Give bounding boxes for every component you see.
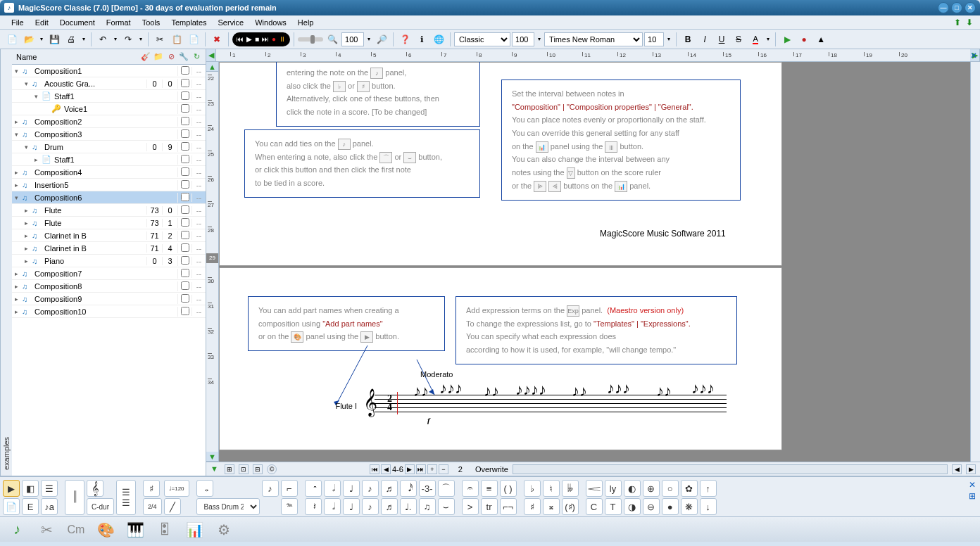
chord-view-icon[interactable]: Cm: [66, 520, 86, 540]
open-dropdown[interactable]: ▾: [38, 32, 45, 47]
maximize-button[interactable]: □: [951, 2, 962, 13]
tree-row[interactable]: ▸♫Flute731--: [12, 217, 206, 229]
slur-tool[interactable]: ⌣: [438, 498, 455, 515]
tools-view-icon[interactable]: ✂: [37, 520, 56, 540]
guitar-icon[interactable]: 🎸: [141, 52, 151, 62]
view1-button[interactable]: ⊞: [225, 464, 234, 474]
note-quarter2[interactable]: ♩: [343, 498, 360, 515]
dblsharp-tool[interactable]: 𝄪: [543, 498, 560, 515]
barline-tool[interactable]: 𝄁: [65, 480, 84, 515]
scroll-right-button[interactable]: ▶: [966, 464, 976, 474]
tree-checkbox[interactable]: [181, 104, 189, 113]
tree-row[interactable]: ▸♫Composition8--: [12, 280, 206, 293]
drum-select[interactable]: Bass Drum 2: [196, 498, 260, 515]
redo-dropdown[interactable]: ▾: [137, 32, 144, 47]
tree-row[interactable]: ▾♫Composition6--: [12, 191, 206, 204]
menu-windows[interactable]: Windows: [249, 17, 292, 28]
tempo-tool[interactable]: ♩=120: [164, 480, 189, 497]
menu-document[interactable]: Document: [54, 17, 101, 28]
tree-row[interactable]: ▸♫Composition4--: [12, 166, 206, 179]
tree-row[interactable]: ▸📄Staff1--: [12, 153, 206, 166]
forward-button[interactable]: ⏭: [262, 35, 269, 43]
menu-file[interactable]: File: [6, 17, 30, 28]
courtesy-tool[interactable]: (♯): [562, 498, 579, 515]
first-page-button[interactable]: ⏮: [370, 464, 379, 474]
lyrics-tool[interactable]: ♪a: [41, 498, 58, 515]
tree-row[interactable]: ▸♫Composition7--: [12, 267, 206, 280]
tie-tool[interactable]: ⌒: [438, 480, 455, 497]
tools-icon[interactable]: 🔧: [179, 52, 189, 62]
add-page-button[interactable]: +: [427, 464, 437, 474]
undo-dropdown[interactable]: ▾: [112, 32, 119, 47]
symbol7-tool[interactable]: ✿: [681, 480, 698, 497]
note-quarter[interactable]: ♩: [343, 480, 360, 497]
tree-toggle[interactable]: ▸: [15, 118, 22, 125]
symbol3-tool[interactable]: ⊕: [643, 480, 660, 497]
tree-checkbox[interactable]: [181, 281, 189, 290]
status-down-button[interactable]: ▼: [211, 464, 220, 474]
tree-row[interactable]: ▾♫Composition3--: [12, 128, 206, 141]
keyboard-view-icon[interactable]: 🎹: [125, 520, 145, 540]
tree-row[interactable]: ▸♫Piano03--: [12, 255, 206, 267]
menu-templates[interactable]: Templates: [165, 17, 212, 28]
tree-toggle[interactable]: ▾: [15, 194, 22, 201]
style-select[interactable]: Classic: [454, 32, 510, 46]
tree-toggle[interactable]: ▾: [15, 68, 22, 75]
tree-toggle[interactable]: ▸: [15, 296, 22, 303]
ruler-down-button[interactable]: ▼: [206, 452, 218, 462]
tree-row[interactable]: ▸♫Clarinet in B714--: [12, 242, 206, 255]
view3-button[interactable]: ⊟: [253, 464, 263, 474]
metronome-button[interactable]: ▲: [813, 32, 829, 47]
tree-checkbox[interactable]: [181, 117, 189, 125]
symbol4-tool[interactable]: ⊖: [643, 498, 660, 515]
accidental-sharp[interactable]: ♯: [143, 480, 160, 497]
close-button[interactable]: ✕: [965, 2, 976, 13]
horizontal-ruler[interactable]: ◀ 1234567891011121314151617181920 ▶ ✕: [206, 49, 980, 62]
symbol2-tool[interactable]: ◑: [624, 498, 641, 515]
dblflat-tool[interactable]: 𝄫: [562, 480, 579, 497]
open-button[interactable]: 📂: [21, 32, 37, 47]
tree-row[interactable]: ▸♫Composition9--: [12, 293, 206, 305]
tuplet-tool[interactable]: -3-: [419, 480, 436, 497]
save-button[interactable]: 💾: [46, 32, 62, 47]
staff-view-icon[interactable]: 📊: [184, 520, 204, 540]
menu-edit[interactable]: Edit: [30, 17, 54, 28]
view2-button[interactable]: ⊡: [239, 464, 249, 474]
copyright-button[interactable]: ©: [267, 464, 277, 474]
beam-tool[interactable]: ♫: [419, 498, 436, 515]
note-half[interactable]: 𝅗𝅥: [324, 480, 341, 497]
tree-row[interactable]: ▾📄Staff1--: [12, 90, 206, 103]
tree-toggle[interactable]: ▸: [25, 258, 32, 265]
paren-tool[interactable]: ( ): [500, 480, 517, 497]
redo-button[interactable]: ↷: [120, 32, 136, 47]
note-32[interactable]: 𝅘𝅥𝅰: [400, 480, 417, 497]
layout-tool[interactable]: ☰: [41, 480, 58, 497]
record-button[interactable]: ●: [272, 35, 276, 43]
tree-row[interactable]: ▸♫Insertion5--: [12, 179, 206, 191]
font-select[interactable]: Times New Roman: [544, 32, 643, 46]
underline-button[interactable]: U: [714, 32, 729, 47]
natural-tool[interactable]: ♮: [543, 480, 560, 497]
keysig-tool[interactable]: C-dur: [87, 498, 114, 515]
flat-tool[interactable]: ♭: [524, 480, 541, 497]
note-sixteenth[interactable]: ♬: [381, 480, 398, 497]
tree-checkbox[interactable]: [181, 91, 189, 100]
note-sixteenth2[interactable]: ♬: [381, 498, 398, 515]
font-color-dropdown[interactable]: ▾: [765, 32, 772, 47]
print-dropdown[interactable]: ▾: [80, 32, 87, 47]
text-tool[interactable]: E: [22, 498, 39, 515]
tree-toggle[interactable]: ▸: [15, 182, 22, 189]
palette-close-button[interactable]: ✕: [969, 480, 976, 490]
play-button[interactable]: ▶: [246, 35, 252, 43]
tree-checkbox[interactable]: [181, 167, 189, 176]
tree-toggle[interactable]: ▾: [25, 144, 32, 151]
tree-row[interactable]: ▸♫Clarinet in B712--: [12, 229, 206, 242]
tree-row[interactable]: 🔑Voice1--: [12, 103, 206, 115]
copy-button[interactable]: 📋: [169, 32, 184, 47]
menu-service[interactable]: Service: [213, 17, 250, 28]
refresh-icon[interactable]: ↻: [191, 52, 201, 62]
zoom-slider[interactable]: [298, 37, 323, 42]
tree-row[interactable]: ▸♫Flute730--: [12, 204, 206, 217]
strike-button[interactable]: S: [731, 32, 746, 47]
examples-tab[interactable]: examples: [0, 49, 12, 476]
